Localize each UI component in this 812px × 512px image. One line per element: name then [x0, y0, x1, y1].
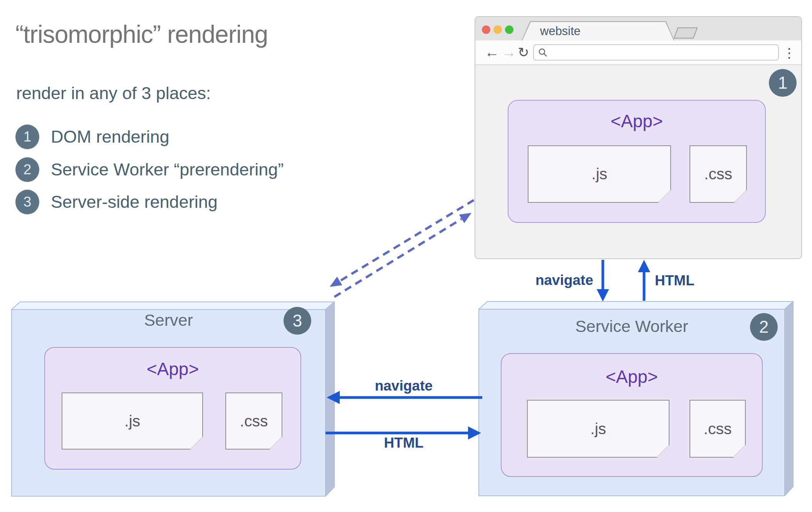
list-item-server-side-rendering: 3 Server-side rendering	[15, 190, 218, 214]
js-file-label: .js	[592, 165, 607, 183]
css-file: .css	[225, 392, 282, 450]
page-fold-icon	[733, 445, 745, 457]
page-title: “trisomorphic” rendering	[15, 20, 268, 49]
browser-toolbar: ← → ↻ ⋮	[475, 40, 801, 65]
page-fold-icon	[734, 190, 747, 202]
list-item-dom-rendering: 1 DOM rendering	[15, 125, 169, 149]
navigate-label-vertical: navigate	[508, 272, 593, 288]
back-icon[interactable]: ←	[485, 44, 499, 61]
address-bar[interactable]	[533, 44, 779, 61]
dashed-arrow-browser-to-server	[327, 200, 474, 291]
html-label-horizontal: HTML	[346, 435, 461, 451]
css-file: .css	[690, 145, 747, 203]
app-label: <App>	[502, 366, 762, 387]
maximize-window-button[interactable]	[505, 25, 513, 34]
trisomorphic-rendering-diagram: “trisomorphic” rendering render in any o…	[0, 0, 812, 512]
server-title: Server	[12, 311, 325, 330]
list-item-label: Service Worker “prerendering”	[51, 160, 284, 180]
forward-icon[interactable]: →	[502, 44, 516, 61]
app-label: <App>	[45, 359, 300, 379]
html-arrow-up	[638, 260, 650, 301]
html-label-vertical: HTML	[655, 273, 740, 289]
search-icon	[538, 48, 548, 58]
navigate-arrow-down	[597, 260, 609, 301]
tab-website[interactable]: website	[522, 22, 674, 40]
tab-title: website	[540, 22, 580, 40]
css-file-label: .css	[704, 420, 732, 438]
list-number-badge: 2	[15, 157, 39, 182]
page-subtitle: render in any of 3 places:	[16, 83, 211, 103]
service-worker-app-box: <App> .js .css	[501, 353, 763, 477]
js-file-label: .js	[124, 412, 140, 430]
list-item-service-worker-prerendering: 2 Service Worker “prerendering”	[15, 157, 284, 182]
server-app-box: <App> .js .css	[44, 347, 301, 470]
js-file: .js	[528, 145, 671, 203]
step-badge-1: 1	[769, 69, 797, 97]
list-item-label: DOM rendering	[51, 127, 169, 147]
page-fold-icon	[656, 445, 669, 457]
css-file-label: .css	[240, 412, 268, 430]
page-fold-icon	[658, 190, 671, 202]
page-fold-icon	[269, 436, 282, 449]
dashed-arrow-server-to-browser	[334, 209, 474, 297]
browser-menu-icon[interactable]: ⋮	[783, 45, 796, 61]
js-file: .js	[527, 400, 669, 458]
browser-app-box: <App> .js .css	[508, 100, 766, 223]
step-badge-3: 3	[284, 307, 311, 335]
page-fold-icon	[190, 436, 203, 449]
browser-tab-bar: website	[475, 17, 801, 41]
css-file: .css	[690, 400, 746, 458]
service-worker-title: Service Worker	[479, 317, 785, 336]
step-badge-2: 2	[750, 313, 778, 341]
navigate-label-horizontal: navigate	[346, 378, 461, 394]
js-file-label: .js	[591, 420, 606, 438]
list-number-badge: 1	[15, 125, 39, 149]
app-label: <App>	[508, 111, 765, 131]
close-window-button[interactable]	[482, 25, 490, 34]
reload-icon[interactable]: ↻	[518, 44, 529, 61]
css-file-label: .css	[704, 165, 732, 183]
js-file: .js	[62, 392, 203, 450]
minimize-window-button[interactable]	[493, 25, 502, 34]
list-number-badge: 3	[15, 190, 39, 214]
list-item-label: Server-side rendering	[51, 192, 218, 212]
new-tab-button[interactable]	[674, 27, 698, 39]
